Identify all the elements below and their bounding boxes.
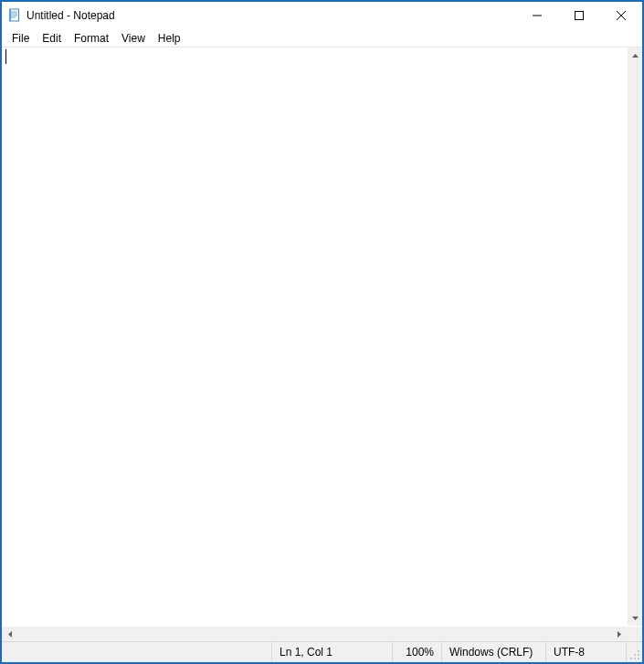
text-editor[interactable] [2, 47, 627, 626]
menu-help[interactable]: Help [152, 31, 187, 46]
menu-file[interactable]: File [5, 31, 36, 46]
statusbar: Ln 1, Col 1 100% Windows (CRLF) UTF-8 [2, 641, 642, 662]
menu-format[interactable]: Format [68, 31, 115, 46]
status-zoom: 100% [393, 642, 442, 662]
status-line-ending: Windows (CRLF) [442, 642, 546, 662]
svg-point-11 [630, 658, 632, 659]
scroll-corner [627, 627, 642, 641]
svg-rect-5 [9, 9, 11, 21]
status-encoding: UTF-8 [546, 642, 627, 662]
svg-point-9 [634, 654, 636, 656]
menu-edit[interactable]: Edit [36, 31, 68, 46]
window-controls [516, 2, 642, 29]
svg-point-12 [634, 658, 636, 659]
maximize-button[interactable] [558, 2, 600, 29]
horizontal-scrollbar[interactable] [2, 626, 642, 641]
svg-rect-7 [575, 12, 584, 20]
minimize-button[interactable] [516, 2, 558, 29]
scroll-left-arrow-icon[interactable] [2, 627, 17, 641]
close-button[interactable] [600, 2, 642, 29]
scroll-up-arrow-icon[interactable] [628, 47, 642, 63]
titlebar[interactable]: Untitled - Notepad [2, 2, 642, 29]
editor-container [2, 47, 642, 626]
status-spacer [2, 642, 272, 662]
vertical-scrollbar[interactable] [627, 47, 642, 626]
resize-grip-icon[interactable] [627, 642, 642, 662]
menubar: File Edit Format View Help [2, 29, 642, 47]
vertical-scroll-track[interactable] [628, 63, 642, 610]
status-cursor-position: Ln 1, Col 1 [272, 642, 393, 662]
scroll-down-arrow-icon[interactable] [628, 610, 642, 626]
svg-point-10 [638, 654, 639, 656]
scroll-right-arrow-icon[interactable] [611, 627, 627, 641]
notepad-window: Untitled - Notepad File Edit Format View… [0, 0, 644, 664]
text-caret [5, 49, 6, 64]
svg-point-8 [638, 650, 639, 652]
svg-rect-6 [533, 16, 542, 16]
window-title: Untitled - Notepad [26, 9, 115, 22]
horizontal-scroll-track[interactable] [17, 627, 611, 641]
notepad-app-icon [7, 8, 22, 23]
svg-point-13 [638, 658, 639, 659]
menu-view[interactable]: View [115, 31, 152, 46]
